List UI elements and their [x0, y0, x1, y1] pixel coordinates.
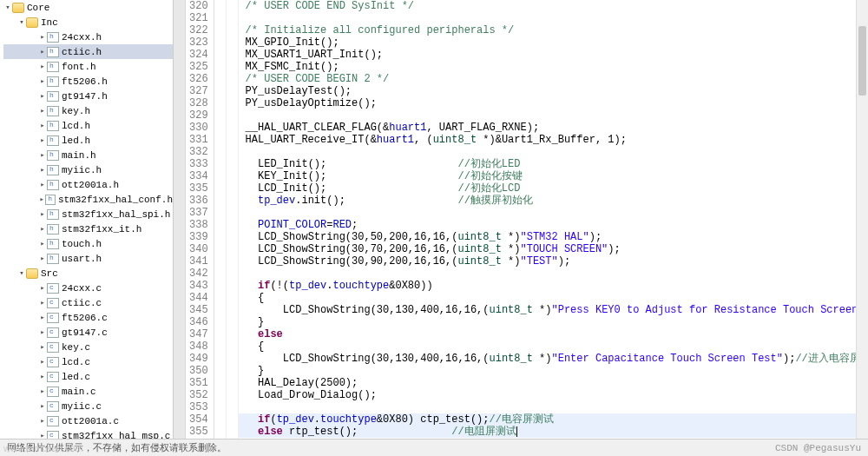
code-line-341[interactable]: LCD_ShowString(30,90,200,16,16,(uint8_t … [239, 255, 868, 268]
tree-item-ott2001a-c[interactable]: ▸ott2001a.c [3, 413, 173, 428]
code-line-335[interactable]: LCD_Init(); //初始化LCD [239, 182, 868, 195]
tree-item-myiic-c[interactable]: ▸myiic.c [3, 399, 173, 413]
code-line-346[interactable]: } [239, 316, 868, 328]
expand-icon[interactable]: ▸ [38, 387, 47, 396]
expand-icon[interactable]: ▸ [38, 239, 47, 248]
tree-item-lcd-c[interactable]: ▸lcd.c [3, 354, 173, 369]
expand-icon[interactable]: ▸ [38, 209, 47, 219]
code-line-347[interactable]: else [239, 328, 868, 340]
tree-item-ft5206-h[interactable]: ▸ft5206.h [3, 74, 173, 89]
code-line-352[interactable]: Load_Drow_Dialog(); [239, 389, 868, 401]
code-line-337[interactable] [239, 207, 868, 219]
code-line-330[interactable]: __HAL_UART_CLEAR_FLAG(&huart1, UART_FLAG… [239, 122, 868, 134]
expand-icon[interactable]: ▸ [38, 327, 47, 337]
code-line-334[interactable]: KEY_Init(); //初始化按键 [239, 170, 868, 182]
code-line-339[interactable]: LCD_ShowString(30,50,200,16,16,(uint8_t … [239, 231, 868, 243]
code-line-345[interactable]: LCD_ShowString(30,130,400,16,16,(uint8_t… [239, 304, 868, 316]
code-line-354[interactable]: if(tp_dev.touchtype&0X80) ctp_test();//电… [239, 413, 868, 426]
tree-item-led-h[interactable]: ▸led.h [3, 133, 173, 148]
expand-icon[interactable]: ▸ [38, 298, 47, 307]
expand-icon[interactable]: ▸ [38, 32, 47, 42]
expand-icon[interactable]: ▸ [38, 76, 47, 86]
code-line-344[interactable]: { [239, 292, 868, 304]
tree-item-stm32f1xx_it-h[interactable]: ▸stm32f1xx_it.h [3, 221, 173, 236]
tree-item-ft5206-c[interactable]: ▸ft5206.c [3, 310, 173, 325]
collapse-icon[interactable]: ▾ [17, 17, 26, 27]
expand-icon[interactable]: ▸ [38, 401, 47, 411]
tree-item-ctiic-c[interactable]: ▸ctiic.c [3, 295, 173, 310]
code-line-326[interactable]: /* USER CODE BEGIN 2 */ [239, 73, 868, 85]
code-line-329[interactable] [239, 109, 868, 122]
collapse-icon[interactable]: ▾ [3, 3, 12, 12]
expand-icon[interactable]: ▸ [38, 254, 47, 263]
code-line-336[interactable]: tp_dev.init(); //触摸屏初始化 [239, 195, 868, 207]
tree-item-key-h[interactable]: ▸key.h [3, 103, 173, 118]
tree-item-gt9147-h[interactable]: ▸gt9147.h [3, 89, 173, 103]
expand-icon[interactable]: ▸ [38, 121, 47, 130]
code-line-343[interactable]: if(!(tp_dev.touchtype&0X80)) [239, 280, 868, 292]
code-line-324[interactable]: MX_USART1_UART_Init(); [239, 49, 868, 61]
collapse-icon[interactable]: ▾ [17, 268, 26, 278]
tree-item-main-c[interactable]: ▸main.c [3, 384, 173, 399]
scrollbar-thumb[interactable] [858, 26, 866, 96]
tree-item-Src[interactable]: ▾Src [3, 266, 173, 281]
fold-column[interactable] [227, 0, 239, 456]
tree-item-myiic-h[interactable]: ▸myiic.h [3, 162, 173, 177]
code-line-333[interactable]: LED_Init(); //初始化LED [239, 158, 868, 170]
code-line-355[interactable]: else rtp_test(); //电阻屏测试 [239, 426, 868, 438]
code-line-331[interactable]: HAL_UART_Receive_IT(&huart1, (uint8_t *)… [239, 134, 868, 146]
expand-icon[interactable]: ▸ [38, 165, 47, 175]
code-line-353[interactable] [239, 401, 868, 413]
tree-item-24cxx-c[interactable]: ▸24cxx.c [3, 281, 173, 295]
tree-item-key-c[interactable]: ▸key.c [3, 340, 173, 354]
tree-item-main-h[interactable]: ▸main.h [3, 148, 173, 162]
tree-item-touch-h[interactable]: ▸touch.h [3, 236, 173, 251]
tree-item-stm32f1xx_hal_conf-h[interactable]: ▸stm32f1xx_hal_conf.h [3, 192, 173, 207]
expand-icon[interactable]: ▸ [38, 195, 45, 204]
code-line-322[interactable]: /* Initialize all configured peripherals… [239, 24, 868, 36]
code-area[interactable]: /* USER CODE END SysInit *//* Initialize… [239, 0, 868, 456]
expand-icon[interactable]: ▸ [38, 224, 47, 234]
code-line-323[interactable]: MX_GPIO_Init(); [239, 36, 868, 49]
code-line-338[interactable]: POINT_COLOR=RED; [239, 219, 868, 231]
tree-item-Core[interactable]: ▾Core [3, 0, 173, 15]
code-line-332[interactable] [239, 146, 868, 158]
expand-icon[interactable]: ▸ [38, 106, 47, 116]
expand-icon[interactable]: ▸ [38, 180, 47, 189]
expand-icon[interactable]: ▸ [38, 91, 47, 101]
expand-icon[interactable]: ▸ [38, 313, 47, 322]
code-editor[interactable]: 3203213223233243253263273283293303313323… [174, 0, 868, 456]
code-line-351[interactable]: HAL_Delay(2500); [239, 377, 868, 389]
tree-item-gt9147-c[interactable]: ▸gt9147.c [3, 325, 173, 340]
code-line-350[interactable]: } [239, 365, 868, 377]
expand-icon[interactable]: ▸ [38, 372, 47, 381]
code-line-342[interactable] [239, 268, 868, 280]
expand-icon[interactable]: ▸ [38, 135, 47, 145]
expand-icon[interactable]: ▸ [38, 357, 47, 367]
vertical-scrollbar[interactable] [856, 0, 868, 439]
code-line-348[interactable]: { [239, 340, 868, 353]
expand-icon[interactable]: ▸ [38, 283, 47, 293]
expand-icon[interactable]: ▸ [38, 342, 47, 352]
tree-item-lcd-h[interactable]: ▸lcd.h [3, 118, 173, 133]
code-line-320[interactable]: /* USER CODE END SysInit */ [239, 0, 868, 12]
tree-item-stm32f1xx_hal_spi-h[interactable]: ▸stm32f1xx_hal_spi.h [3, 207, 173, 221]
code-line-321[interactable] [239, 12, 868, 24]
tree-item-ctiic-h[interactable]: ▸ctiic.h [3, 44, 173, 59]
project-tree[interactable]: ▾Core▾Inc▸24cxx.h▸ctiic.h▸font.h▸ft5206.… [0, 0, 174, 456]
tree-item-24cxx-h[interactable]: ▸24cxx.h [3, 30, 173, 44]
code-line-325[interactable]: MX_FSMC_Init(); [239, 61, 868, 73]
code-line-327[interactable]: PY_usDelayTest(); [239, 85, 868, 97]
code-line-340[interactable]: LCD_ShowString(30,70,200,16,16,(uint8_t … [239, 243, 868, 255]
tree-item-led-c[interactable]: ▸led.c [3, 369, 173, 384]
expand-icon[interactable]: ▸ [38, 416, 47, 426]
tree-item-usart-h[interactable]: ▸usart.h [3, 251, 173, 266]
tree-item-ott2001a-h[interactable]: ▸ott2001a.h [3, 177, 173, 192]
tree-item-font-h[interactable]: ▸font.h [3, 59, 173, 74]
code-line-349[interactable]: LCD_ShowString(30,130,400,16,16,(uint8_t… [239, 353, 868, 365]
expand-icon[interactable]: ▸ [38, 47, 47, 56]
tree-item-Inc[interactable]: ▾Inc [3, 15, 173, 30]
code-line-328[interactable]: PY_usDelayOptimize(); [239, 97, 868, 109]
expand-icon[interactable]: ▸ [38, 150, 47, 160]
expand-icon[interactable]: ▸ [38, 62, 47, 71]
